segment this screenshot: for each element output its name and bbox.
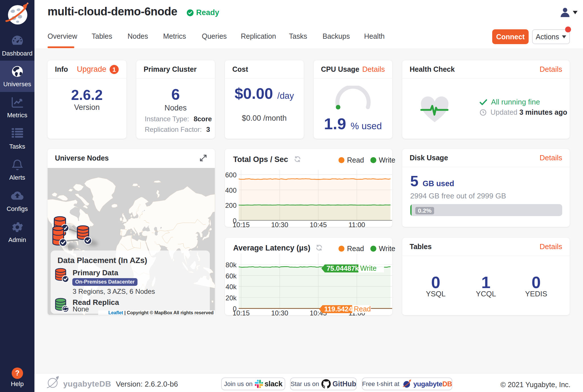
svg-text:119.5424: 119.5424 xyxy=(324,305,352,313)
svg-text:Read: Read xyxy=(354,305,371,313)
svg-text:Write: Write xyxy=(360,264,377,272)
svg-text:?: ? xyxy=(15,369,19,377)
svg-text:1: 1 xyxy=(112,66,116,73)
svg-text:75.04487k: 75.04487k xyxy=(327,264,359,272)
